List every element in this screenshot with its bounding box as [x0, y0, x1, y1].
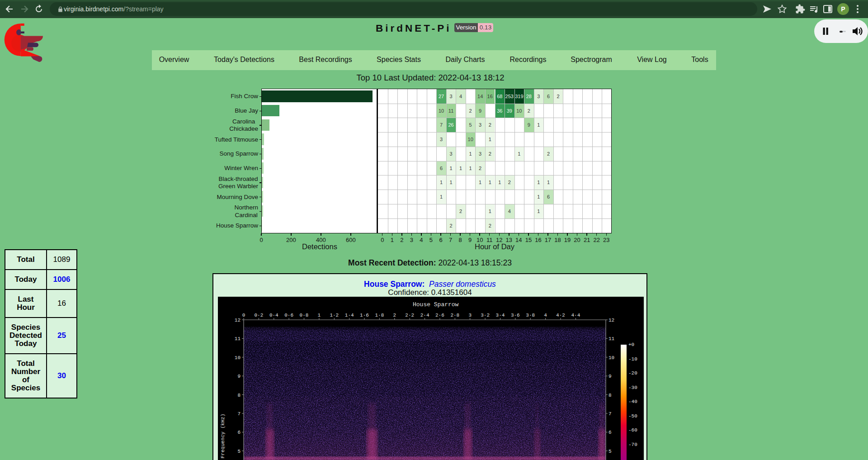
svg-text:-30: -30: [628, 385, 637, 390]
svg-text:0·6: 0·6: [284, 313, 293, 318]
svg-text:6: 6: [237, 430, 241, 435]
svg-text:3·4: 3·4: [496, 313, 505, 318]
svg-text:1·4: 1·4: [345, 313, 354, 318]
svg-text:3·8: 3·8: [526, 313, 535, 318]
svg-text:8: 8: [609, 393, 612, 398]
svg-text:8: 8: [237, 393, 241, 398]
svg-text:1: 1: [318, 313, 321, 318]
svg-text:2·6: 2·6: [435, 313, 444, 318]
svg-text:3: 3: [468, 313, 472, 318]
svg-text:-10: -10: [628, 356, 637, 362]
svg-text:0·4: 0·4: [269, 313, 278, 318]
svg-text:Frequency (kHz): Frequency (kHz): [220, 413, 226, 458]
svg-text:3·2: 3·2: [481, 313, 490, 318]
svg-text:5: 5: [609, 449, 612, 454]
svg-text:10: 10: [235, 355, 241, 360]
svg-text:+0: +0: [628, 342, 634, 347]
svg-text:4·2: 4·2: [556, 313, 565, 318]
svg-text:11: 11: [609, 336, 615, 341]
svg-text:1·2: 1·2: [330, 313, 339, 318]
svg-text:7: 7: [237, 411, 241, 417]
svg-text:9: 9: [237, 374, 241, 379]
svg-text:4: 4: [544, 313, 547, 318]
svg-text:4·4: 4·4: [571, 313, 580, 318]
svg-text:12: 12: [235, 318, 241, 323]
svg-text:1·6: 1·6: [360, 313, 369, 318]
svg-text:2: 2: [393, 313, 396, 318]
svg-text:1·8: 1·8: [375, 313, 384, 318]
svg-text:2·4: 2·4: [420, 313, 429, 318]
svg-text:0·2: 0·2: [254, 313, 263, 318]
svg-text:5: 5: [237, 449, 241, 454]
svg-text:10: 10: [609, 355, 614, 360]
svg-text:3·6: 3·6: [511, 313, 520, 318]
svg-text:-60: -60: [628, 427, 637, 433]
svg-text:2·2: 2·2: [405, 313, 414, 318]
svg-text:6: 6: [609, 430, 612, 435]
svg-text:-20: -20: [628, 370, 637, 376]
svg-text:9: 9: [609, 374, 612, 379]
svg-text:7: 7: [609, 411, 612, 417]
svg-text:11: 11: [235, 336, 241, 341]
svg-text:-40: -40: [628, 399, 637, 404]
svg-text:0·8: 0·8: [300, 313, 309, 318]
svg-text:House Sparrow: House Sparrow: [413, 301, 459, 308]
svg-text:0: 0: [242, 313, 245, 318]
svg-text:-50: -50: [628, 413, 637, 419]
svg-text:-70: -70: [628, 442, 637, 447]
svg-text:2·8: 2·8: [450, 313, 459, 318]
svg-text:12: 12: [609, 318, 614, 323]
